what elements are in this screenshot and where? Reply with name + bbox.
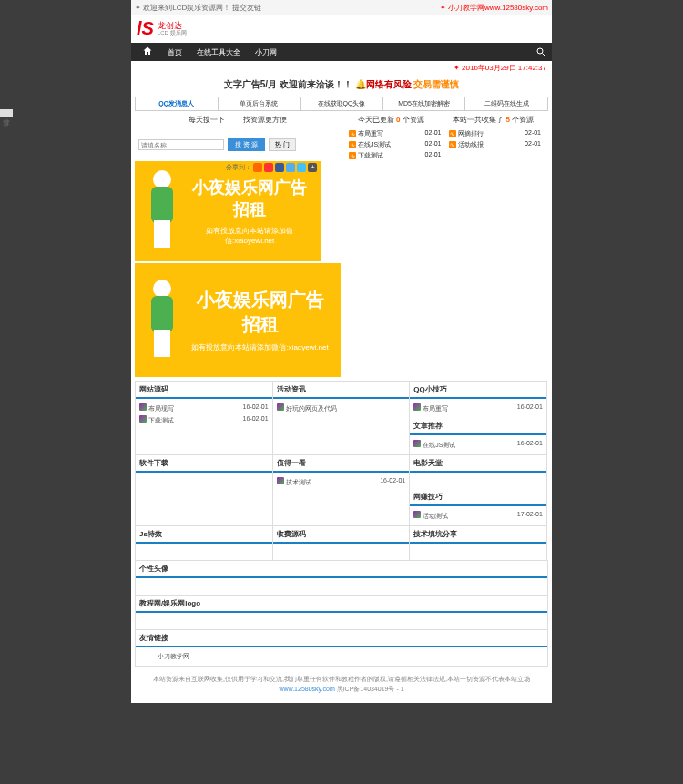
search-button[interactable]: 搜 资 源: [228, 138, 265, 151]
search-icon[interactable]: [535, 46, 546, 57]
datetime: ✦ 2016年03月29日 17:42:37: [131, 61, 552, 75]
section-movie: 电影天堂 网赚技巧活动测试17-02-01: [409, 454, 547, 526]
list-item[interactable]: 活动测试17-02-01: [413, 510, 543, 522]
section-soft: 软件下载: [135, 454, 273, 526]
share-icon-plus[interactable]: +: [308, 163, 317, 172]
main-nav: 首页 在线工具大全 小刀网: [131, 43, 552, 61]
tool-tab-qq[interactable]: QQ发消息人: [136, 97, 219, 110]
tool-tab-qr[interactable]: 二维码在线生成: [465, 97, 547, 110]
list-item[interactable]: 布局重写16-02-01: [413, 402, 543, 414]
search-row: 搜 资 源 热 门: [135, 128, 342, 161]
share-icon[interactable]: [297, 163, 306, 172]
stats-row: 每天搜一下 找资源更方便 今天已更新 0 个资源 本站一共收集了 5 个资源: [135, 113, 548, 127]
footer: 本站资源来自互联网收集,仅供用于学习和交流,我们尊重任何软件和教程作者的版权,请…: [131, 666, 552, 703]
res-item[interactable]: ∿网摘排行02-01: [445, 128, 545, 139]
list-item[interactable]: 在线JS测试16-02-01: [413, 439, 543, 451]
banner-mascot: [144, 170, 180, 252]
section-logo: 教程网/娱乐网logo: [135, 595, 548, 630]
hot-button[interactable]: 热 门: [269, 138, 296, 151]
res-item[interactable]: ∿下载测试02-01: [345, 150, 445, 161]
section-js: Js特效: [135, 525, 273, 561]
section-paid: 收费源码: [272, 525, 411, 561]
search-input[interactable]: [138, 139, 224, 150]
banner-mascot: [144, 280, 180, 361]
list-item[interactable]: 好玩的网页及代码: [277, 402, 406, 414]
stats-today: 今天已更新 0 个资源: [358, 115, 424, 125]
nav-xiaodao[interactable]: 小刀网: [248, 47, 284, 57]
share-icon[interactable]: [253, 163, 262, 172]
list-item[interactable]: 下载测试16-02-01: [139, 414, 269, 426]
section-tech: 技术填坑分享: [409, 525, 547, 561]
thumb-icon: [413, 440, 421, 447]
thumb-icon: [139, 403, 147, 411]
tool-tabs: QQ发消息人 单页后台系统 在线获取QQ头像 MD5在线加密解密 二维码在线生成: [135, 97, 548, 111]
section-links: 友情链接小刀教学网: [135, 629, 548, 667]
tool-tab-md5[interactable]: MD5在线加密解密: [383, 97, 466, 110]
share-bar: 分享到： +: [226, 163, 317, 172]
promo-link[interactable]: ✦ 小刀教学网www.12580sky.com: [440, 3, 548, 13]
tool-tab-avatar[interactable]: 在线获取QQ头像: [301, 97, 383, 110]
section-avatar: 个性头像: [135, 560, 548, 596]
svg-line-1: [543, 54, 545, 56]
logo-mark: lS: [137, 18, 154, 39]
page-container: ✦ 欢迎来到LCD娱乐资源网！ 提交友链 ✦ 小刀教学网www.12580sky…: [131, 0, 552, 703]
rss-icon: ∿: [449, 130, 456, 137]
list-item[interactable]: 技术测试16-02-01: [277, 476, 406, 488]
friend-link[interactable]: 小刀教学网: [139, 651, 544, 662]
nav-tools[interactable]: 在线工具大全: [189, 47, 248, 57]
submit-link[interactable]: 提交友链: [232, 4, 261, 12]
list-item[interactable]: 布局现写16-02-01: [139, 402, 269, 414]
welcome-text: ✦ 欢迎来到LCD娱乐资源网！ 提交友链: [135, 3, 261, 13]
rss-icon: ∿: [349, 141, 356, 148]
section-worth: 值得一看技术测试16-02-01: [272, 454, 411, 526]
stats-total: 本站一共收集了 5 个资源: [453, 115, 534, 125]
thumb-icon: [277, 477, 284, 484]
res-item[interactable]: ∿布局重写02-01: [345, 128, 445, 139]
banner-area: 分享到： + 小夜娱乐网广告招租如有投放意向本站请添加微信:xiaoyewl.n…: [131, 161, 552, 377]
share-icon[interactable]: [264, 163, 273, 172]
topbar: ✦ 欢迎来到LCD娱乐资源网！ 提交友链 ✦ 小刀教学网www.12580sky…: [131, 0, 552, 15]
tool-tab-single[interactable]: 单页后台系统: [219, 97, 301, 110]
rss-icon: ∿: [349, 130, 356, 137]
ad-banner-text: 文字广告5/月 欢迎前来洽谈！！ 🔔网络有风险 交易需谨慎: [131, 75, 552, 95]
nav-home-icon[interactable]: [135, 46, 160, 58]
thumb-icon: [277, 403, 284, 411]
logo-text: 龙创达 LCD 娱乐网: [158, 22, 187, 36]
footer-link[interactable]: www.12580sky.com: [279, 686, 334, 692]
sections-grid: 网站源码 布局现写16-02-01 下载测试16-02-01 活动资讯 好玩的网…: [135, 381, 548, 666]
svg-point-0: [537, 48, 543, 54]
resource-list: ∿布局重写02-01 ∿网摘排行02-01 ∿在线JS测试02-01 ∿活动线报…: [342, 128, 548, 161]
stats-slogan2: 找资源更方便: [243, 115, 287, 125]
ad-banner-1[interactable]: 分享到： + 小夜娱乐网广告招租如有投放意向本站请添加微信:xiaoyewl.n…: [135, 161, 321, 261]
side-share-tab[interactable]: 分享: [0, 109, 13, 117]
res-item[interactable]: ∿活动线报02-01: [445, 139, 545, 150]
section-qq: QQ小技巧 布局重写16-02-01 文章推荐 在线JS测试16-02-01: [409, 381, 547, 455]
section-source: 网站源码 布局现写16-02-01 下载测试16-02-01: [135, 381, 273, 455]
logo-row: lS 龙创达 LCD 娱乐网: [131, 15, 552, 43]
res-item[interactable]: ∿在线JS测试02-01: [345, 139, 445, 150]
rss-icon: ∿: [449, 141, 456, 148]
stats-slogan1: 每天搜一下: [189, 115, 225, 125]
share-icon[interactable]: [275, 163, 284, 172]
thumb-icon: [413, 403, 421, 411]
ad-banner-2[interactable]: 小夜娱乐网广告招租如有投放意向本站请添加微信:xiaoyewl.net: [135, 263, 342, 377]
share-icon[interactable]: [286, 163, 295, 172]
thumb-icon: [139, 415, 147, 423]
section-news: 活动资讯 好玩的网页及代码: [272, 381, 411, 455]
rss-icon: ∿: [349, 152, 356, 159]
nav-home[interactable]: 首页: [160, 47, 189, 57]
thumb-icon: [413, 511, 421, 518]
